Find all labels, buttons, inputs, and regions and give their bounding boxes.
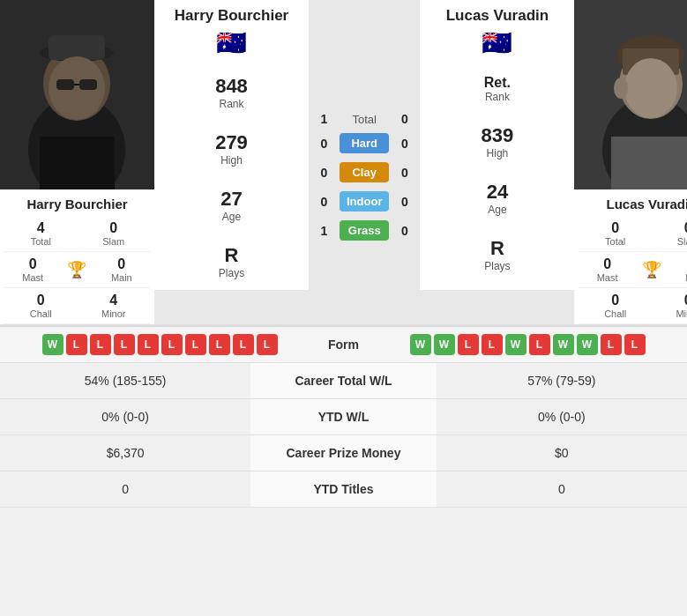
right-stat-row-3: 0 Chall 0 Minor: [579, 288, 687, 324]
indoor-left-score: 0: [313, 195, 335, 209]
form-badge-right: W: [577, 334, 598, 355]
stat-left-val: 54% (185-155): [0, 363, 250, 399]
right-high-block: 839 High: [420, 114, 574, 170]
hard-right-score: 0: [393, 137, 415, 151]
svg-rect-16: [611, 137, 687, 189]
clay-left-score: 0: [313, 166, 335, 180]
form-badge-left: L: [233, 334, 254, 355]
svg-point-17: [614, 78, 628, 99]
left-player-area: Harry Bourchier 4 Total 0 Slam 0: [0, 0, 154, 324]
grass-row: 1 Grass 0: [309, 216, 420, 245]
left-trophy: 🏆: [67, 256, 86, 283]
right-total: 0 Total: [594, 220, 638, 247]
clay-right-score: 0: [393, 166, 415, 180]
left-stat-row-1: 4 Total 0 Slam: [4, 216, 150, 252]
form-badge-right: W: [505, 334, 526, 355]
right-player-photo: [574, 0, 687, 189]
hard-left-score: 0: [313, 137, 335, 151]
grass-left-score: 1: [313, 224, 335, 238]
stat-center-label: YTD W/L: [250, 399, 437, 435]
right-mast: 0 Mast: [586, 256, 630, 283]
stats-table-section: 54% (185-155) Career Total W/L 57% (79-5…: [0, 363, 687, 508]
stat-right-val: 57% (79-59): [437, 363, 687, 399]
hard-btn: Hard: [340, 133, 389, 153]
svg-point-15: [624, 58, 677, 118]
form-badge-left: W: [42, 334, 63, 355]
form-badge-left: L: [66, 334, 87, 355]
form-label: Form: [278, 338, 410, 352]
right-minor: 0 Minor: [666, 293, 687, 319]
svg-rect-5: [40, 137, 115, 189]
clay-btn: Clay: [340, 162, 389, 182]
left-high-block: 279 High: [154, 121, 309, 177]
indoor-row: 0 Indoor 0: [309, 187, 420, 216]
left-player-name: Harry Bourchier: [0, 189, 154, 216]
left-minor: 4 Minor: [92, 293, 136, 319]
left-flag: 🇦🇺: [216, 29, 247, 56]
indoor-btn: Indoor: [340, 191, 389, 212]
top-section: Harry Bourchier 4 Total 0 Slam 0: [0, 0, 687, 324]
form-badge-right: W: [410, 334, 431, 355]
left-main: 0 Main: [100, 256, 144, 283]
form-row: WLLLLLLLLL Form WWLLWLWWLL: [9, 334, 678, 355]
svg-rect-7: [56, 79, 74, 90]
right-chall: 0 Chall: [594, 293, 638, 319]
total-row: 1 Total 0: [309, 109, 420, 129]
form-badge-right: L: [482, 334, 503, 355]
left-form-badges: WLLLLLLLLL: [9, 334, 278, 355]
stat-right-val: 0: [437, 471, 687, 508]
svg-rect-8: [79, 79, 97, 90]
right-player-name: Lucas Vuradin: [574, 189, 687, 216]
form-badge-left: L: [90, 334, 111, 355]
left-chall: 0 Chall: [19, 293, 63, 319]
left-rank-stats: 848 Rank 279 High 27 Age R Plays: [154, 64, 309, 290]
form-badge-right: W: [553, 334, 574, 355]
left-slam: 0 Slam: [92, 220, 136, 247]
right-rank-block: Ret. Rank: [484, 64, 511, 114]
form-section: WLLLLLLLLL Form WWLLWLWWLL: [0, 324, 687, 363]
left-age-block: 27 Age: [154, 177, 309, 234]
form-badge-left: L: [185, 334, 206, 355]
form-badge-right: W: [434, 334, 455, 355]
main-container: Harry Bourchier 4 Total 0 Slam 0: [0, 0, 687, 508]
svg-rect-4: [49, 35, 105, 60]
left-plays-block: R Plays: [154, 234, 309, 290]
right-flag: 🇦🇺: [482, 29, 512, 56]
form-badge-right: L: [601, 334, 622, 355]
right-age-block: 24 Age: [420, 170, 574, 226]
total-right-score: 0: [393, 112, 415, 126]
left-player-stats: 4 Total 0 Slam 0 Mast 🏆: [0, 216, 154, 324]
right-stat-row-1: 0 Total 0 Slam: [579, 216, 687, 252]
right-stat-row-2: 0 Mast 🏆 0 Main: [579, 252, 687, 288]
stat-left-val: $6,370: [0, 435, 250, 471]
grass-btn: Grass: [340, 220, 389, 241]
form-badge-left: L: [209, 334, 230, 355]
form-badge-left: L: [138, 334, 159, 355]
stats-row: $6,370 Career Prize Money $0: [0, 435, 687, 471]
stat-center-label: Career Prize Money: [250, 435, 437, 471]
form-badge-right: L: [624, 334, 646, 355]
grass-right-score: 0: [393, 224, 415, 238]
clay-row: 0 Clay 0: [309, 158, 420, 187]
stats-row: 54% (185-155) Career Total W/L 57% (79-5…: [0, 363, 687, 399]
stat-left-val: 0: [0, 471, 250, 508]
trophy-icon-left: 🏆: [67, 260, 86, 279]
left-flag-row: 🇦🇺: [154, 26, 309, 64]
right-name-top: Lucas Vuradin: [420, 0, 574, 26]
right-form-badges: WWLLWLWWLL: [410, 334, 679, 355]
form-badge-right: L: [458, 334, 479, 355]
indoor-right-score: 0: [393, 195, 415, 209]
left-name-header: Harry Bourchier 🇦🇺: [154, 0, 309, 64]
center-surfaces: 1 Total 0 0 Hard 0 0 Clay 0: [309, 64, 420, 290]
stat-right-val: 0% (0-0): [437, 399, 687, 435]
left-stat-row-2: 0 Mast 🏆 0 Main: [4, 252, 150, 288]
left-rank-block: 848 Rank: [154, 64, 309, 121]
right-player-area: Lucas Vuradin 0 Total 0 Slam 0 M: [574, 0, 687, 324]
form-badge-right: L: [529, 334, 550, 355]
right-plays-block: R Plays: [420, 226, 574, 283]
form-badge-left: L: [257, 334, 278, 355]
stats-table: 54% (185-155) Career Total W/L 57% (79-5…: [0, 363, 687, 508]
form-badge-left: L: [161, 334, 183, 355]
stats-row: 0 YTD Titles 0: [0, 471, 687, 508]
hard-row: 0 Hard 0: [309, 129, 420, 158]
